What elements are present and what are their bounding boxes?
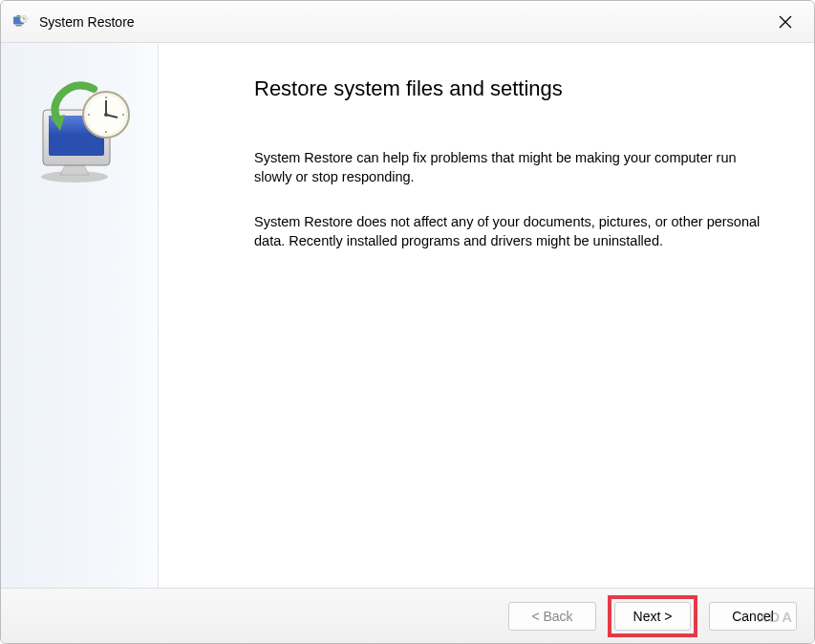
svg-point-20 [88,114,90,116]
svg-point-17 [104,113,108,117]
main-content: Restore system files and settings System… [159,43,814,588]
window-title: System Restore [39,14,766,30]
titlebar: System Restore [1,1,814,43]
wizard-sidebar [1,43,159,588]
content-area: Restore system files and settings System… [1,43,814,588]
page-heading: Restore system files and settings [254,76,776,101]
next-button[interactable]: Next > [614,602,691,631]
system-restore-icon [11,12,30,32]
svg-point-18 [105,97,107,98]
intro-paragraph-2: System Restore does not affect any of yo… [254,213,761,250]
svg-point-21 [122,114,124,116]
back-button[interactable]: < Back [508,602,596,631]
system-restore-window: System Restore [0,0,815,644]
svg-rect-1 [16,25,22,27]
svg-point-19 [105,131,107,133]
cancel-button[interactable]: Cancel [709,602,797,631]
next-button-highlight: Next > [608,595,697,637]
wizard-button-bar: < Back Next > Cancel [1,588,814,643]
close-button[interactable] [766,8,804,36]
restore-monitor-clock-icon [22,72,137,186]
intro-paragraph-1: System Restore can help fix problems tha… [254,149,761,186]
